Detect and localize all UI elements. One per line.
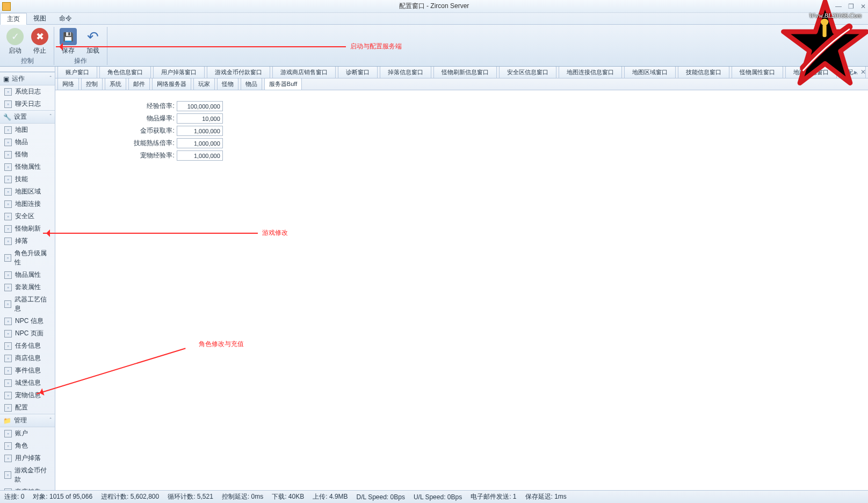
status-item: 对象: 1015 of 95,066 — [33, 492, 92, 501]
sidebar-group-header[interactable]: ▣运作ˆ — [0, 72, 55, 85]
sidebar-item[interactable]: ▫角色升级属性 — [0, 247, 55, 269]
sidebar-item[interactable]: ▫NPC 页面 — [0, 327, 55, 340]
sidebar-item-label: 套装属性 — [15, 283, 41, 292]
save-label: 保存 — [62, 46, 75, 55]
item-icon: ▫ — [4, 471, 11, 479]
maximize-button[interactable]: ❐ — [848, 3, 854, 10]
main-tab[interactable]: 怪物刷新信息窗口 — [433, 67, 497, 78]
item-icon: ▫ — [4, 200, 12, 208]
form-row: 经验倍率: — [55, 100, 868, 112]
folder-icon: ▣ — [3, 75, 9, 83]
sidebar-item[interactable]: ▫武器工艺信息 — [0, 293, 55, 315]
reload-button[interactable]: ↶ 加载 — [84, 28, 102, 55]
body: ▣运作ˆ▫系统日志▫聊天日志🔧设置ˆ▫地图▫物品▫怪物▫怪物属性▫技能▫地图区域… — [0, 67, 868, 490]
sidebar-item[interactable]: ▫安全区 — [0, 210, 55, 222]
sidebar-item-label: 任务信息 — [15, 341, 41, 350]
sub-tab[interactable]: 玩家 — [193, 78, 215, 90]
sidebar-group-header[interactable]: 🔧设置ˆ — [0, 110, 55, 124]
sub-tab[interactable]: 物品 — [241, 78, 262, 90]
close-button[interactable]: ✕ — [860, 3, 866, 10]
sidebar-item[interactable]: ▫掉落 — [0, 235, 55, 247]
main-tab[interactable]: 账户窗口 — [57, 67, 97, 78]
status-item: 控制延迟: 0ms — [222, 492, 263, 501]
sidebar-item[interactable]: ▫物品属性 — [0, 269, 55, 281]
sidebar-item[interactable]: ▫城堡信息 — [0, 377, 55, 389]
x-circle-icon: ✖ — [31, 28, 48, 45]
sidebar-item-label: 物品 — [15, 138, 28, 147]
sidebar-item[interactable]: ▫怪物属性 — [0, 161, 55, 173]
sidebar-item-label: 地图 — [15, 125, 28, 134]
sidebar-item[interactable]: ▫事件信息 — [0, 364, 55, 377]
sub-tab[interactable]: 邮件 — [128, 78, 150, 90]
sidebar-item[interactable]: ▫任务信息 — [0, 340, 55, 352]
main-tab[interactable]: 用户掉落窗口 — [153, 67, 205, 78]
sidebar: ▣运作ˆ▫系统日志▫聊天日志🔧设置ˆ▫地图▫物品▫怪物▫怪物属性▫技能▫地图区域… — [0, 67, 55, 490]
item-icon: ▫ — [4, 151, 12, 159]
stop-button[interactable]: ✖ 停止 — [31, 28, 48, 55]
sub-tab[interactable]: 服务器Buff — [264, 78, 302, 90]
save-button[interactable]: 💾 保存 — [60, 28, 77, 55]
main-tab[interactable]: 游戏金币付款窗口 — [207, 67, 270, 78]
item-icon: ▫ — [4, 225, 12, 233]
item-icon: ▫ — [4, 318, 12, 325]
menu-home[interactable]: 主页 — [0, 13, 27, 25]
sidebar-group-header[interactable]: 📁管理ˆ — [0, 414, 55, 427]
start-button[interactable]: ✓ 启动 — [6, 28, 24, 55]
sidebar-item[interactable]: ▫宠物信息 — [0, 389, 55, 401]
sidebar-item[interactable]: ▫地图连接 — [0, 198, 55, 210]
main-tab[interactable]: 地图连接信息窗口 — [559, 67, 622, 78]
sub-tab[interactable]: 网络 — [57, 78, 79, 90]
main-tab[interactable]: 地图信息窗口 — [785, 67, 837, 78]
field-label: 经验倍率: — [55, 102, 177, 111]
server-buff-form: 经验倍率:物品爆率:金币获取率:技能熟练倍率:宠物经验率: — [55, 90, 868, 162]
main-tab[interactable]: 怪物属性窗口 — [732, 67, 783, 78]
sidebar-item[interactable]: ▫账户 — [0, 427, 55, 440]
main-tab[interactable]: 技能信息窗口 — [678, 67, 729, 78]
sidebar-item[interactable]: ▫商店信息 — [0, 352, 55, 364]
sidebar-item[interactable]: ▫系统日志 — [0, 85, 55, 98]
sidebar-item[interactable]: ▫地图 — [0, 124, 55, 136]
sub-tab[interactable]: 怪物 — [217, 78, 238, 90]
sidebar-item[interactable]: ▫NPC 信息 — [0, 315, 55, 327]
main-tab[interactable]: 地图区域窗口 — [624, 67, 676, 78]
sidebar-item[interactable]: ▫物品 — [0, 136, 55, 148]
sidebar-item[interactable]: ▫技能 — [0, 173, 55, 185]
tab-scroll-controls[interactable]: ◂▸✕ — [848, 68, 866, 76]
status-bar: 连接: 0对象: 1015 of 95,066进程计数: 5,602,800循环… — [0, 490, 868, 503]
main-tab[interactable]: 诊断窗口 — [338, 67, 378, 78]
menu-view[interactable]: 视图 — [27, 13, 53, 24]
sidebar-item[interactable]: ▫聊天日志 — [0, 98, 55, 110]
number-input[interactable] — [177, 150, 223, 161]
main-tab[interactable]: 角色信息窗口 — [99, 67, 151, 78]
sidebar-item[interactable]: ▫商店销售 — [0, 486, 55, 490]
sidebar-item[interactable]: ▫地图区域 — [0, 185, 55, 198]
item-icon: ▫ — [4, 254, 11, 262]
sub-tab[interactable]: 控制 — [81, 78, 103, 90]
number-input[interactable] — [177, 138, 223, 148]
sidebar-item[interactable]: ▫用户掉落 — [0, 452, 55, 464]
sub-tab[interactable]: 系统 — [105, 78, 126, 90]
number-input[interactable] — [177, 101, 223, 111]
sidebar-item[interactable]: ▫套装属性 — [0, 281, 55, 293]
sidebar-item[interactable]: ▫怪物刷新 — [0, 222, 55, 235]
sidebar-item[interactable]: ▫游戏金币付款 — [0, 464, 55, 486]
item-icon: ▫ — [4, 488, 12, 491]
minimize-button[interactable]: — — [835, 3, 842, 10]
number-input[interactable] — [177, 126, 223, 136]
main-tab[interactable]: 掉落信息窗口 — [380, 67, 431, 78]
sidebar-item[interactable]: ▫角色 — [0, 440, 55, 452]
sidebar-item[interactable]: ▫配置 — [0, 401, 55, 414]
sidebar-item-label: 聊天日志 — [15, 99, 41, 109]
sidebar-item[interactable]: ▫怪物 — [0, 148, 55, 161]
menu-command[interactable]: 命令 — [53, 13, 78, 24]
chevron-up-icon: ˆ — [49, 418, 51, 423]
item-icon: ▫ — [4, 430, 12, 437]
sidebar-item-label: 角色 — [15, 441, 28, 450]
sidebar-item-label: 城堡信息 — [15, 378, 41, 387]
main-tab[interactable]: 游戏商店销售窗口 — [272, 67, 336, 78]
sub-tab[interactable]: 网络服务器 — [152, 78, 191, 90]
form-row: 金币获取率: — [55, 125, 868, 137]
status-item: 保存延迟: 1ms — [525, 492, 567, 501]
number-input[interactable] — [177, 113, 223, 124]
main-tab[interactable]: 安全区信息窗口 — [499, 67, 556, 78]
